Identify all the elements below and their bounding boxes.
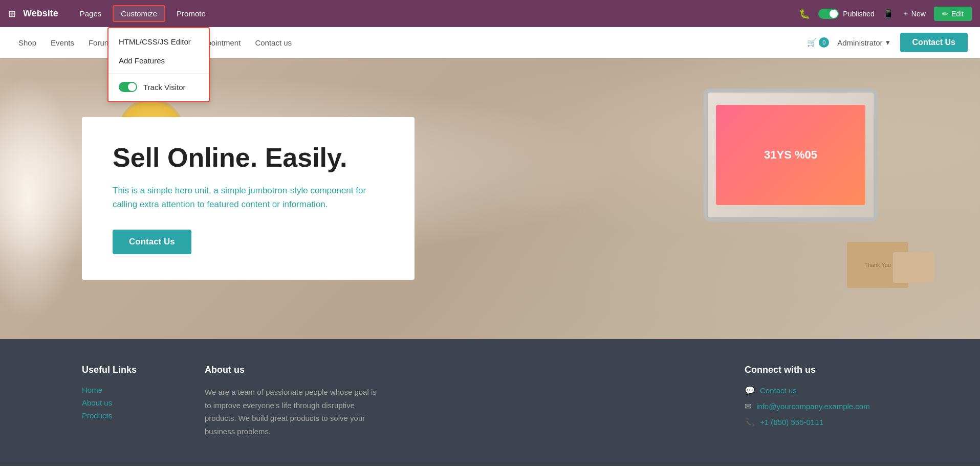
footer-grid: Useful Links Home About us Products Abou… [82,365,898,438]
edit-button[interactable]: ✏ Edit [934,7,972,21]
customize-dropdown: HTML/CSS/JS Editor Add Features Track Vi… [107,27,210,102]
hero-title: Sell Online. Easily. [113,143,384,173]
published-label: Published [843,10,875,18]
footer-link-products[interactable]: Products [82,411,184,420]
track-visitor-label: Track Visitor [143,83,186,92]
new-button[interactable]: ＋ New [902,9,926,18]
publish-switch[interactable] [818,9,839,19]
nav-contact-us[interactable]: Contact us [249,35,298,50]
chat-icon: 💬 [745,386,755,395]
html-css-editor-item[interactable]: HTML/CSS/JS Editor [108,32,209,51]
email-icon: ✉ [745,401,751,411]
connect-phone: 📞 +1 (650) 555-0111 [745,417,898,427]
cart-badge: 0 [819,37,829,48]
gift-illustration: Thank You [837,216,939,298]
footer-link-about[interactable]: About us [82,398,184,407]
published-toggle[interactable]: Published [818,9,875,19]
footer-link-home[interactable]: Home [82,386,184,394]
admin-bar-right: 🐛 Published 📱 ＋ New ✏ Edit [799,7,972,21]
admin-bar: ⊞ Website Pages Customize Promote 🐛 Publ… [0,0,980,27]
mobile-icon[interactable]: 📱 [883,8,894,19]
admin-user-menu[interactable]: Administrator ▾ [837,38,889,47]
tablet-illustration: 31YS %05 [704,88,878,221]
add-features-item[interactable]: Add Features [108,51,209,70]
email-link[interactable]: info@yourcompany.example.com [756,402,870,411]
connect-email: ✉ info@yourcompany.example.com [745,401,898,411]
bug-icon: 🐛 [799,8,810,19]
pencil-icon: ✏ [942,10,948,18]
chevron-down-icon: ▾ [886,38,890,47]
track-visitor-row[interactable]: Track Visitor [108,77,209,97]
contact-us-footer-link[interactable]: Contact us [760,386,797,395]
dropdown-divider [108,73,209,74]
nav-shop[interactable]: Shop [12,35,42,50]
hero-content: Sell Online. Easily. This is a simple he… [82,117,415,280]
customize-nav[interactable]: Customize [113,5,165,22]
hero-subtitle: This is a simple hero unit, a simple jum… [113,184,384,211]
cart-icon[interactable]: 🛒 0 [807,37,829,48]
nav-events[interactable]: Events [45,35,80,50]
admin-bar-left: ⊞ Website Pages Customize Promote [8,5,213,22]
phone-icon: 📞 [745,417,755,427]
about-us-text: We are a team of passionate people whose… [205,386,384,438]
phone-number: +1 (650) 555-0111 [760,418,823,427]
grid-icon[interactable]: ⊞ [8,8,16,19]
contact-us-nav-button[interactable]: Contact Us [900,33,968,52]
footer-about-us: About us We are a team of passionate peo… [205,365,384,438]
pages-nav[interactable]: Pages [73,6,109,21]
useful-links-title: Useful Links [82,365,184,375]
plus-icon: ＋ [902,9,909,18]
footer-spacer [404,365,724,438]
connect-title: Connect with us [745,365,898,375]
admin-brand: Website [23,8,58,19]
footer: Useful Links Home About us Products Abou… [0,339,980,466]
footer-useful-links: Useful Links Home About us Products [82,365,184,438]
track-visitor-toggle[interactable] [119,82,137,92]
promote-nav[interactable]: Promote [169,6,213,21]
about-us-title: About us [205,365,384,375]
connect-contact: 💬 Contact us [745,386,898,395]
footer-connect: Connect with us 💬 Contact us ✉ info@your… [745,365,898,438]
hero-cta-button[interactable]: Contact Us [113,230,191,254]
hero-deco-left [0,58,92,339]
